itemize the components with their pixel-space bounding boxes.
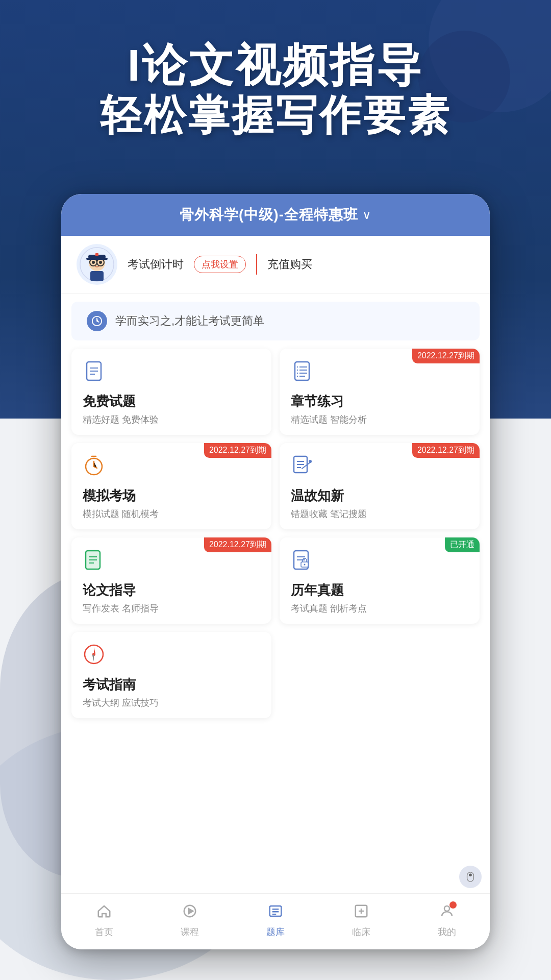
card-past-exams-subtitle: 考试真题 剖析考点	[291, 602, 468, 615]
tablet-device: 骨外科学(中级)-全程特惠班 ∨	[61, 194, 490, 949]
exam-countdown-area: 考试倒计时 点我设置 充值购买	[128, 254, 474, 275]
hero-line2: 轻松掌握写作要素	[0, 90, 551, 140]
svg-point-8	[99, 261, 102, 264]
nav-question-bank-label: 题库	[266, 926, 285, 938]
svg-rect-10	[86, 258, 108, 260]
doc-green-icon	[83, 549, 260, 576]
recharge-label[interactable]: 充值购买	[267, 257, 312, 272]
cards-grid: 免费试题 精选好题 免费体验 2022.12.27到期	[61, 349, 490, 718]
nav-course-label: 课程	[181, 926, 199, 938]
card-past-exams-title: 历年真题	[291, 581, 468, 599]
doc-list-icon	[291, 360, 468, 387]
app-header-title: 骨外科学(中级)-全程特惠班	[180, 205, 358, 225]
chapter-practice-badge: 2022.12.27到期	[412, 349, 480, 363]
avatar-image	[77, 244, 117, 285]
card-exam-guide-subtitle: 考试大纲 应试技巧	[83, 697, 260, 709]
svg-marker-46	[94, 647, 95, 654]
card-exam-guide-title: 考试指南	[83, 676, 260, 694]
hero-text: I论文视频指导 轻松掌握写作要素	[0, 41, 551, 140]
app-content-area[interactable]: 骨外科学(中级)-全程特惠班 ∨	[61, 194, 490, 893]
doc-warm-icon	[291, 454, 468, 482]
card-mock-exam-title: 模拟考场	[83, 487, 260, 505]
svg-rect-17	[295, 362, 309, 380]
clinic-icon	[354, 903, 369, 923]
svg-point-33	[309, 460, 312, 463]
doc-lock-icon	[291, 549, 468, 576]
card-free-trial[interactable]: 免费试题 精选好题 免费体验	[71, 349, 271, 435]
card-thesis-guide-subtitle: 写作发表 名师指导	[83, 602, 260, 615]
review-new-badge: 2022.12.27到期	[412, 443, 480, 458]
card-thesis-guide-title: 论文指导	[83, 581, 260, 599]
card-thesis-guide[interactable]: 2022.12.27到期 论文指导 写作发表 名师指导	[71, 537, 271, 624]
svg-marker-51	[189, 909, 193, 914]
svg-point-7	[92, 261, 95, 264]
svg-point-59	[444, 906, 449, 911]
nav-item-mine[interactable]: 我的	[404, 903, 490, 938]
mock-exam-badge: 2022.12.27到期	[204, 443, 271, 458]
slogan-bar: 学而实习之,才能让考试更简单	[71, 302, 480, 340]
user-icon	[439, 903, 455, 923]
compass-icon	[83, 643, 260, 671]
svg-line-32	[302, 462, 310, 469]
home-icon	[96, 903, 112, 923]
nav-item-course[interactable]: 课程	[147, 903, 233, 938]
play-icon	[182, 903, 197, 923]
nav-item-clinic[interactable]: 临床	[318, 903, 404, 938]
card-chapter-practice[interactable]: 2022.12.27到期 章节练习 精选试题 智能分析	[280, 349, 480, 435]
doc-blue-icon	[83, 360, 260, 387]
card-review-new-title: 温故知新	[291, 487, 468, 505]
clock-icon	[87, 311, 107, 331]
badge-dot	[449, 901, 457, 909]
avatar-svg	[79, 247, 115, 282]
nav-mine-label: 我的	[438, 926, 456, 938]
svg-rect-11	[95, 253, 98, 256]
countdown-label: 考试倒计时	[128, 257, 184, 272]
nav-clinic-label: 临床	[352, 926, 370, 938]
question-bank-icon	[268, 903, 283, 923]
card-mock-exam-subtitle: 模拟试题 随机模考	[83, 508, 260, 520]
avatar	[77, 244, 117, 285]
card-chapter-practice-subtitle: 精选试题 智能分析	[291, 413, 468, 426]
nav-item-question-bank[interactable]: 题库	[233, 903, 318, 938]
card-past-exams[interactable]: 已开通 历年真题 考试真题 剖析考点	[280, 537, 480, 624]
card-review-new[interactable]: 2022.12.27到期 温故知新 错题收藏 笔记搜题	[280, 443, 480, 529]
divider-vertical	[256, 254, 257, 275]
clock-orange-icon	[83, 454, 260, 482]
scroll-indicator[interactable]	[459, 866, 482, 888]
hero-line1: I论文视频指导	[0, 41, 551, 90]
svg-marker-47	[92, 654, 94, 662]
svg-point-49	[469, 874, 471, 876]
bottom-nav: 首页 课程 题库	[61, 893, 490, 949]
dropdown-arrow-icon[interactable]: ∨	[362, 208, 371, 222]
svg-point-43	[304, 564, 306, 566]
app-header: 骨外科学(中级)-全程特惠班 ∨	[61, 194, 490, 236]
app-subheader: 考试倒计时 点我设置 充值购买	[61, 236, 490, 293]
slogan-text: 学而实习之,才能让考试更简单	[115, 313, 264, 329]
card-review-new-subtitle: 错题收藏 笔记搜题	[291, 508, 468, 520]
card-free-trial-title: 免费试题	[83, 393, 260, 410]
card-exam-guide[interactable]: 考试指南 考试大纲 应试技巧	[71, 632, 271, 718]
card-chapter-practice-title: 章节练习	[291, 393, 468, 410]
svg-rect-1	[90, 271, 104, 281]
past-exams-badge: 已开通	[445, 537, 480, 552]
card-mock-exam[interactable]: 2022.12.27到期 模拟考场 模拟试题 随机模考	[71, 443, 271, 529]
countdown-set-button[interactable]: 点我设置	[194, 256, 246, 273]
nav-home-label: 首页	[95, 926, 113, 938]
card-free-trial-subtitle: 精选好题 免费体验	[83, 413, 260, 426]
nav-item-home[interactable]: 首页	[61, 903, 147, 938]
thesis-guide-badge: 2022.12.27到期	[204, 537, 271, 552]
